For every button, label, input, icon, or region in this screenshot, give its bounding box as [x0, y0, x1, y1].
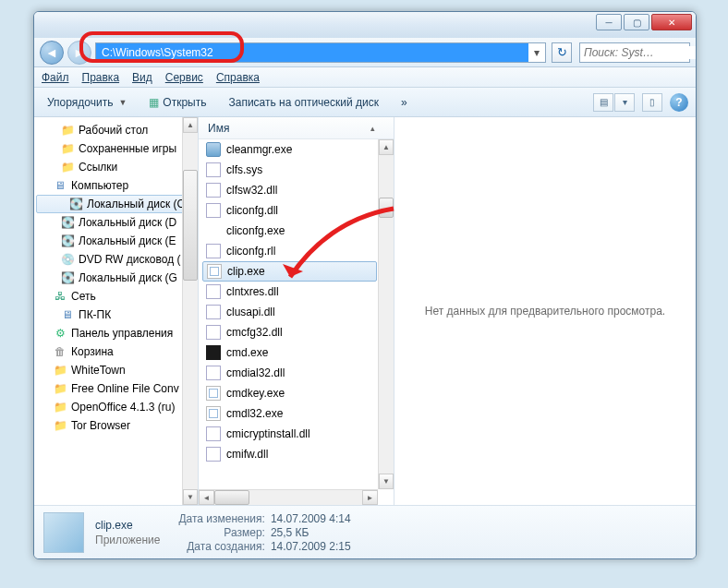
bin-icon: 🗑	[53, 344, 67, 359]
tree-item-label: Компьютер	[71, 179, 128, 192]
file-row[interactable]: cliconfg.rll	[199, 241, 394, 261]
file-row[interactable]: cleanmgr.exe	[199, 139, 394, 160]
toolbar: Упорядочить▼ ▦Открыть Записать на оптиче…	[34, 88, 696, 117]
tree-item[interactable]: 💽Локальный диск (D	[34, 213, 198, 232]
file-row[interactable]: clusapi.dll	[199, 302, 394, 322]
tree-item[interactable]: 📁WhiteTown	[34, 361, 198, 379]
tree-item[interactable]: 💽Локальный диск (G	[34, 269, 198, 287]
tree-item[interactable]: 🖥ПК-ПК	[34, 306, 198, 324]
scroll-down-icon[interactable]: ▼	[379, 474, 394, 489]
file-name: cmdl32.exe	[226, 407, 283, 420]
net-icon: 🖧	[53, 289, 67, 304]
tree-scrollbar[interactable]: ▲▼	[182, 117, 198, 505]
file-icon	[206, 223, 221, 238]
tree-item[interactable]: 💽Локальный диск (C	[36, 195, 196, 213]
comp-icon: 🖥	[60, 307, 75, 322]
file-row[interactable]: cmcfg32.dll	[199, 322, 394, 342]
burn-button[interactable]: Записать на оптический диск	[223, 94, 384, 111]
file-row[interactable]: cmdkey.exe	[199, 383, 394, 403]
tree-item[interactable]: 📁Сохраненные игры	[34, 139, 198, 158]
minimize-button[interactable]: ─	[596, 14, 622, 30]
close-button[interactable]: ✕	[651, 14, 692, 30]
menu-view[interactable]: Вид	[132, 71, 152, 84]
address-dropdown-icon[interactable]: ▾	[528, 46, 545, 59]
file-row[interactable]: clfsw32.dll	[199, 180, 394, 200]
details-modified-label: Дата изменения:	[178, 512, 265, 525]
preview-pane-button[interactable]: ▯	[642, 93, 662, 112]
column-header-name[interactable]: Имя▴	[199, 117, 394, 139]
search-input[interactable]	[580, 46, 697, 59]
file-icon	[206, 142, 221, 157]
drv-icon: 💽	[60, 234, 75, 248]
scroll-up-icon[interactable]: ▲	[183, 117, 198, 133]
file-row[interactable]: cmd.exe	[199, 342, 394, 363]
scroll-left-icon[interactable]: ◄	[199, 490, 214, 505]
file-list[interactable]: cleanmgr.execlfs.sysclfsw32.dllcliconfg.…	[199, 139, 394, 505]
scroll-thumb[interactable]	[183, 170, 198, 281]
file-name: clusapi.dll	[226, 306, 275, 318]
file-row[interactable]: cmdial32.dll	[199, 363, 394, 383]
tree-item[interactable]: 🖧Сеть	[34, 287, 198, 306]
tree-item-label: Сохраненные игры	[79, 142, 176, 155]
tree-item[interactable]: ⚙Панель управления	[34, 324, 198, 342]
menu-edit[interactable]: Правка	[82, 71, 120, 84]
fold-icon: 📁	[53, 363, 67, 378]
view-mode-dropdown[interactable]: ▾	[614, 93, 635, 112]
file-icon	[206, 447, 221, 462]
help-button[interactable]: ?	[670, 93, 688, 112]
file-icon	[206, 386, 221, 401]
tree-item[interactable]: 📁OpenOffice 4.1.3 (ru)	[34, 398, 198, 416]
tree-item[interactable]: 🖥Компьютер	[34, 176, 198, 195]
more-commands[interactable]: »	[395, 94, 413, 111]
file-name: cmifw.dll	[226, 448, 268, 461]
file-row[interactable]: cliconfg.dll	[199, 200, 394, 221]
scroll-right-icon[interactable]: ►	[362, 490, 378, 505]
address-input[interactable]	[96, 43, 528, 62]
file-row[interactable]: clfs.sys	[199, 160, 394, 180]
back-button[interactable]: ◄	[40, 41, 64, 65]
file-horizontal-scrollbar[interactable]: ◄ ►	[199, 489, 378, 505]
menu-bar: Файл Правка Вид Сервис Справка	[34, 67, 696, 88]
file-icon	[206, 406, 221, 421]
forward-button[interactable]: ►	[67, 41, 91, 65]
refresh-button[interactable]: ↻	[552, 42, 572, 63]
file-row[interactable]: clip.exe	[202, 261, 377, 282]
maximize-button[interactable]: ▢	[624, 14, 649, 30]
tree-item-label: Локальный диск (G	[79, 271, 177, 284]
menu-tools[interactable]: Сервис	[165, 71, 203, 84]
details-filetype: Приложение	[95, 534, 160, 546]
menu-file[interactable]: Файл	[42, 71, 69, 84]
scroll-thumb[interactable]	[214, 490, 249, 505]
tree-item[interactable]: 📁Ссылки	[34, 158, 198, 176]
tree-item[interactable]: 🗑Корзина	[34, 342, 198, 361]
title-bar: ─ ▢ ✕	[34, 12, 696, 38]
details-created-value: 14.07.2009 2:15	[271, 540, 351, 553]
tree-item[interactable]: 💽Локальный диск (E	[34, 232, 198, 250]
tree-item-label: Tor Browser	[71, 419, 130, 432]
address-bar[interactable]: ▾	[95, 42, 546, 63]
tree-item[interactable]: 📁Рабочий стол	[34, 121, 198, 139]
tree-item[interactable]: 📁Tor Browser	[34, 416, 198, 435]
file-row[interactable]: clntxres.dll	[199, 282, 394, 302]
file-vertical-scrollbar[interactable]: ▲ ▼	[378, 139, 394, 489]
tree-item-label: Free Online File Conv	[71, 382, 179, 395]
scroll-up-icon[interactable]: ▲	[379, 139, 394, 155]
file-row[interactable]: cmicryptinstall.dll	[199, 424, 394, 444]
scroll-down-icon[interactable]: ▼	[183, 489, 198, 505]
menu-help[interactable]: Справка	[216, 71, 260, 84]
file-row[interactable]: cliconfg.exe	[199, 221, 394, 241]
file-row[interactable]: cmifw.dll	[199, 444, 394, 464]
details-size-label: Размер:	[178, 526, 265, 539]
scroll-thumb[interactable]	[379, 198, 394, 218]
file-row[interactable]: cmdl32.exe	[199, 403, 394, 424]
file-name: clfs.sys	[226, 163, 262, 176]
tree-item[interactable]: 📁Free Online File Conv	[34, 379, 198, 398]
drv-icon: 💽	[60, 215, 75, 230]
details-pane: clip.exe Приложение Дата изменения: 14.0…	[34, 505, 696, 558]
view-mode-button[interactable]: ▤	[593, 93, 613, 112]
search-box[interactable]: 🔍	[579, 42, 690, 63]
navigation-tree[interactable]: 📁Рабочий стол📁Сохраненные игры📁Ссылки🖥Ко…	[34, 117, 199, 505]
open-button[interactable]: ▦Открыть	[143, 94, 212, 111]
organize-button[interactable]: Упорядочить▼	[42, 94, 132, 111]
tree-item[interactable]: 💿DVD RW дисковод (	[34, 250, 198, 269]
